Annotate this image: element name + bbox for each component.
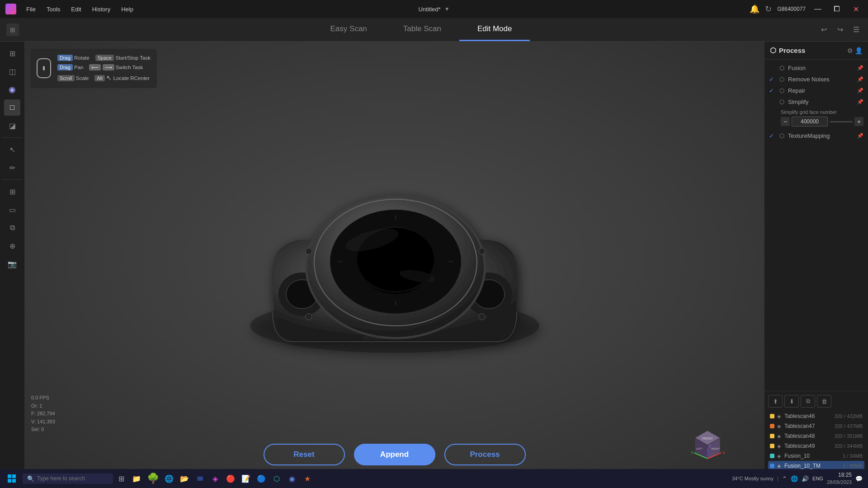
scan-dot-tablescan49 [770,444,774,448]
repair-pin[interactable]: 📌 [857,88,863,94]
taskbar-search[interactable]: 🔍 Type here to search [23,474,113,484]
process-button[interactable]: Process [444,444,526,465]
sidebar-btn-add[interactable]: ⊕ [4,238,20,254]
scan-size-fusion10: 1 / 34MB [843,453,863,459]
sidebar-btn-rect[interactable]: ▭ [4,202,20,218]
panel-delete-button[interactable]: 🗑 [817,395,831,408]
menu-history[interactable]: History [88,4,115,14]
nav-widget[interactable]: FRONT RIGHT LEFT X Y Z [687,425,728,465]
taskbar-icon-taskview[interactable]: ⊞ [114,471,128,486]
fusion-pin[interactable]: 📌 [857,65,863,71]
taskbar-icon-chrome[interactable]: 🔵 [254,471,269,486]
view-toggle[interactable]: ⊞ [6,23,19,36]
menu-help[interactable]: Help [117,4,138,14]
person-icon[interactable]: 👤 [855,47,863,54]
simplify-plus-button[interactable]: + [854,117,863,126]
right-panel-header: ⬡ Process ⚙ 👤 [764,42,868,60]
clock[interactable]: 18:25 28/09/2023 [827,471,852,486]
taskbar-icon-folder[interactable]: 📂 [177,471,192,486]
menu-tools[interactable]: Tools [42,4,65,14]
process-item-remove-noises[interactable]: ✓ ⬡ Remove Noises 📌 [764,74,868,85]
repair-label: Repair [788,87,854,94]
volume-icon[interactable]: 🔊 [802,475,809,482]
settings-icon[interactable]: ⚙ [847,47,853,54]
menu-edit[interactable]: Edit [66,4,85,14]
taskbar-start-button[interactable] [2,469,22,488]
refresh-icon[interactable]: ↻ [765,4,772,14]
panel-duplicate-button[interactable]: ⧉ [801,395,815,408]
taskbar-icon-browser[interactable]: 🌐 [162,471,176,486]
simplify-value-input[interactable] [792,117,828,127]
search-icon: 🔍 [27,475,34,482]
scan-size-tablescan47: 320 / 437MB [835,423,863,429]
sidebar-btn-grid[interactable]: ⊞ [4,45,20,61]
sidebar-btn-cursor[interactable]: ↖ [4,141,20,158]
sidebar-btn-3d[interactable]: ◉ [4,81,20,98]
ctrl-scroll-scale: Scroll Scale Alt ↖ Locate RCenter [57,72,151,84]
network-icon[interactable]: 🌐 [791,475,798,482]
taskbar-icon-app2[interactable]: ◉ [285,471,299,486]
panel-export-button[interactable]: ⬇ [784,395,799,408]
sidebar-btn-photo[interactable]: 📷 [4,256,20,272]
maximize-button[interactable]: ⧠ [830,4,844,14]
titlebar-center: Untitled* ▼ [418,6,449,13]
process-icon: ⬡ [770,46,776,55]
scan-item-fusion10[interactable]: ◈ Fusion_10 1 / 34MB [768,451,864,461]
tab-edit-mode[interactable]: Edit Mode [459,18,530,41]
append-button[interactable]: Append [354,444,435,465]
undo-button[interactable]: ↩ [817,23,830,36]
tab-easy-scan[interactable]: Easy Scan [312,18,385,41]
divider [2,137,22,138]
scan-item-tablescan47[interactable]: ◈ Tablescan47 320 / 437MB [768,421,864,431]
taskbar-icon-file[interactable]: 📁 [129,471,144,486]
remove-noises-pin[interactable]: 📌 [857,76,863,82]
tab-table-scan[interactable]: Table Scan [385,18,459,41]
svg-text:UCF205: UCF205 [363,335,382,340]
taskbar: 🔍 Type here to search ⊞ 📁 🌳 🌐 📂 ✉ ◈ 🔴 📝 … [0,469,868,488]
sidebar-btn-box[interactable]: □ [4,99,20,116]
ctrl-drag-rotate: Drag Rotate Space Start/Stop Task [57,53,151,63]
viewport[interactable]: Drag Rotate Space Start/Stop Task Drag P… [25,42,764,474]
taskbar-chevron-icon[interactable]: ⌃ [782,475,787,482]
menu-file[interactable]: File [22,4,40,14]
close-button[interactable]: ✕ [849,4,863,14]
simplify-slider[interactable] [830,121,853,122]
menu-button[interactable]: ☰ [850,23,863,36]
notification-taskbar-icon[interactable]: 💬 [855,475,863,482]
sidebar-btn-brush[interactable]: ✏ [4,160,20,176]
right-panel-controls: ⚙ 👤 [847,47,863,54]
taskbar-icon-app3[interactable]: ★ [300,471,315,486]
reset-button[interactable]: Reset [264,444,345,465]
taskbar-sep1: | [777,475,778,482]
taskbar-icon-design[interactable]: ◈ [208,471,222,486]
taskbar-icon-tree[interactable]: 🌳 [145,470,161,487]
process-item-fusion[interactable]: ✓ ⬡ Fusion 📌 [764,62,868,74]
svg-text:LEFT: LEFT [696,447,703,450]
taskbar-icon-note[interactable]: 📝 [239,471,253,486]
minimize-button[interactable]: — [811,4,825,14]
texture-mapping-pin[interactable]: 📌 [857,133,863,139]
taskbar-icon-red[interactable]: 🔴 [223,471,238,486]
sidebar-btn-layers[interactable]: ⧉ [4,220,20,236]
taskbar-icon-app1[interactable]: ⬡ [269,471,284,486]
sidebar-btn-view[interactable]: ◫ [4,63,20,80]
process-item-simplify[interactable]: ✓ ⬡ Simplify 📌 [764,96,868,108]
redo-button[interactable]: ↪ [834,23,846,36]
title-text: Untitled* [418,6,440,13]
scan-item-tablescan46[interactable]: ◈ Tablescan46 320 / 432MB [768,411,864,421]
taskbar-icon-mail[interactable]: ✉ [193,471,207,486]
sidebar-btn-pattern[interactable]: ⊞ [4,183,20,200]
sidebar-btn-shape[interactable]: ◪ [4,117,20,134]
process-item-repair[interactable]: ✓ ⬡ Repair 📌 [764,85,868,96]
scan-item-tablescan48[interactable]: ◈ Tablescan48 320 / 351MB [768,431,864,441]
panel-import-button[interactable]: ⬆ [768,395,783,408]
simplify-pin[interactable]: 📌 [857,99,863,105]
titlebar: File Tools Edit History Help Untitled* ▼… [0,0,868,18]
simplify-minus-button[interactable]: − [781,117,790,126]
scan-item-tablescan49[interactable]: ◈ Tablescan49 320 / 344MB [768,441,864,451]
notification-icon[interactable]: 🔔 [750,4,760,14]
scan-dot-fusion10tm [770,464,774,468]
svg-point-21 [479,248,485,254]
process-item-texture-mapping[interactable]: ✓ ⬡ TextureMapping 📌 [764,130,868,141]
dropdown-icon[interactable]: ▼ [444,6,450,12]
